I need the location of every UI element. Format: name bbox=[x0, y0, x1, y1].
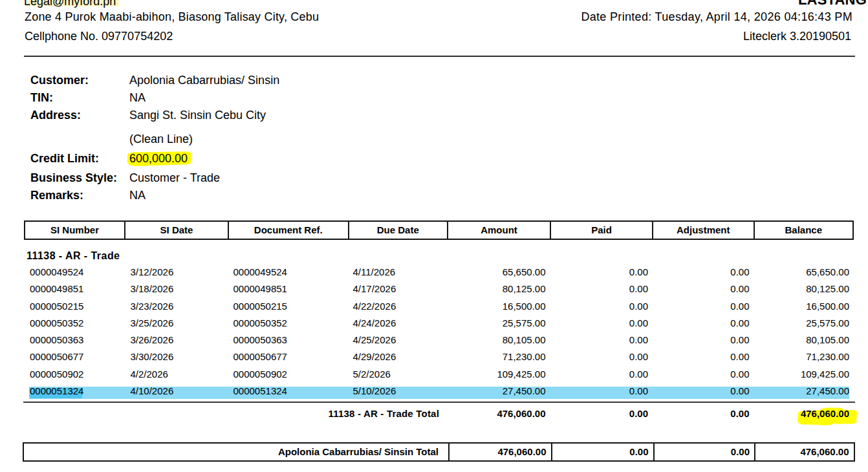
cell-document-ref: 0000050352 bbox=[228, 317, 349, 329]
cell-paid: 0.00 bbox=[550, 283, 653, 295]
cell-si-number: 0000050363 bbox=[24, 334, 125, 346]
grand-total-adjustment: 0.00 bbox=[653, 444, 755, 460]
cell-balance: 25,575.00 bbox=[754, 317, 854, 329]
table-row-6[interactable]: 00000509024/2/202600000509025/2/2026109,… bbox=[24, 368, 854, 380]
table-header-row: SI Number SI Date Document Ref. Due Date… bbox=[24, 220, 854, 240]
cell-adjustment: 0.00 bbox=[653, 283, 754, 295]
cell-paid: 0.00 bbox=[550, 334, 653, 346]
info-row-tin: TIN:NA bbox=[30, 91, 613, 104]
cell-balance: 27,450.00 bbox=[754, 385, 854, 397]
cell-due-date: 4/24/2026 bbox=[349, 317, 448, 329]
grand-total-paid: 0.00 bbox=[551, 444, 653, 460]
info-value: Customer - Trade bbox=[129, 171, 220, 184]
info-value-wrap: Customer - Trade bbox=[129, 171, 220, 184]
info-label: Credit Limit: bbox=[30, 152, 129, 165]
grand-total-label: Apolonia Cabarrubias/ Sinsin Total bbox=[24, 444, 448, 460]
grand-total-balance: 476,060.00 bbox=[754, 444, 854, 460]
info-value-wrap: (Clean Line) bbox=[129, 133, 193, 145]
table-row-5[interactable]: 00000506773/30/202600000506774/29/202671… bbox=[24, 350, 854, 363]
cell-balance: 80,125.00 bbox=[754, 283, 854, 295]
column-header-3: Due Date bbox=[349, 222, 449, 239]
info-value-wrap: NA bbox=[129, 189, 146, 202]
table-row-0[interactable]: 00000495243/12/202600000495244/11/202665… bbox=[24, 266, 854, 278]
group-label: 11138 - AR - Trade bbox=[27, 250, 120, 262]
info-value: 600,000.00 bbox=[129, 152, 188, 165]
cell-amount: 80,105.00 bbox=[448, 334, 550, 346]
cell-paid: 0.00 bbox=[550, 350, 653, 363]
info-label: Customer: bbox=[30, 74, 129, 87]
cell-due-date: 4/29/2026 bbox=[349, 350, 448, 363]
cell-adjustment: 0.00 bbox=[653, 300, 754, 312]
info-value-wrap: NA bbox=[129, 91, 146, 104]
info-value: NA bbox=[129, 189, 146, 202]
info-value: NA bbox=[129, 91, 146, 104]
cell-si-number: 0000050352 bbox=[24, 317, 125, 329]
grand-total-row: Apolonia Cabarrubias/ Sinsin Total 476,0… bbox=[23, 442, 855, 462]
cell-adjustment: 0.00 bbox=[653, 350, 754, 363]
report-page: Legal@myford.ph LASTANG Zone 4 Purok Maa… bbox=[0, 0, 868, 472]
cell-paid: 0.00 bbox=[550, 368, 653, 380]
cell-paid: 0.00 bbox=[550, 385, 653, 397]
header-divider bbox=[24, 56, 855, 57]
cell-si-date: 3/18/2026 bbox=[125, 283, 228, 295]
info-row-business-style: Business Style:Customer - Trade bbox=[30, 171, 613, 184]
cell-si-number: 0000050215 bbox=[24, 300, 125, 312]
column-header-7: Balance bbox=[755, 222, 853, 239]
info-row-address-line2: (Clean Line) bbox=[30, 133, 613, 145]
column-header-4: Amount bbox=[448, 222, 551, 239]
info-row-address: Address:Sangi St. Sinsin Cebu City bbox=[30, 109, 613, 122]
cell-amount: 109,425.00 bbox=[448, 368, 550, 380]
cell-adjustment: 0.00 bbox=[653, 334, 754, 346]
column-header-1: SI Date bbox=[125, 222, 229, 239]
group-total-adjustment: 0.00 bbox=[653, 407, 754, 420]
cell-document-ref: 0000049851 bbox=[228, 283, 349, 295]
info-value-wrap: Sangi St. Sinsin Cebu City bbox=[129, 109, 266, 122]
cell-si-date: 3/23/2026 bbox=[125, 300, 228, 312]
cell-amount: 65,650.00 bbox=[448, 266, 550, 278]
cell-due-date: 5/2/2026 bbox=[349, 368, 448, 380]
cell-paid: 0.00 bbox=[550, 300, 653, 312]
table-row-3[interactable]: 00000503523/25/202600000503524/24/202625… bbox=[24, 317, 854, 329]
cell-due-date: 4/17/2026 bbox=[349, 283, 448, 295]
cell-paid: 0.00 bbox=[550, 317, 653, 329]
cell-due-date: 5/10/2026 bbox=[349, 385, 448, 397]
cell-document-ref: 0000050902 bbox=[228, 368, 349, 380]
column-header-5: Paid bbox=[551, 222, 653, 239]
cell-document-ref: 0000050363 bbox=[228, 334, 349, 346]
cell-si-date: 4/2/2026 bbox=[125, 368, 228, 380]
info-row-remarks: Remarks:NA bbox=[30, 189, 613, 202]
username-stamp: LASTANG bbox=[796, 0, 867, 8]
cell-si-date: 3/26/2026 bbox=[125, 334, 228, 346]
cell-amount: 71,230.00 bbox=[448, 350, 550, 363]
cell-si-number: 0000049524 bbox=[24, 266, 125, 278]
cell-adjustment: 0.00 bbox=[653, 317, 754, 329]
cell-si-number: 0000049851 bbox=[24, 283, 125, 295]
table-row-2[interactable]: 00000502153/23/202600000502154/22/202616… bbox=[24, 300, 854, 312]
cell-document-ref: 0000050215 bbox=[228, 300, 349, 312]
column-header-2: Document Ref. bbox=[229, 222, 349, 239]
table-row-1[interactable]: 00000498513/18/202600000498514/17/202680… bbox=[24, 283, 854, 295]
cell-amount: 25,575.00 bbox=[448, 317, 550, 329]
cell-si-date: 4/10/2026 bbox=[125, 385, 228, 397]
group-total-balance: 476,060.00 bbox=[754, 407, 854, 420]
info-value: Sangi St. Sinsin Cebu City bbox=[129, 109, 266, 122]
group-total-label: 11138 - AR - Trade Total bbox=[24, 407, 448, 420]
table-row-4[interactable]: 00000503633/26/202600000503634/25/202680… bbox=[24, 334, 854, 346]
column-header-0: SI Number bbox=[25, 222, 125, 239]
cell-balance: 71,230.00 bbox=[754, 350, 854, 363]
cell-document-ref: 0000049524 bbox=[228, 266, 349, 278]
cell-amount: 80,125.00 bbox=[448, 283, 550, 295]
cell-amount: 16,500.00 bbox=[448, 300, 550, 312]
company-email: Legal@myford.ph bbox=[24, 0, 116, 8]
group-total-paid: 0.00 bbox=[550, 407, 653, 420]
info-value: Apolonia Cabarrubias/ Sinsin bbox=[129, 74, 279, 87]
app-version: Liteclerk 3.20190501 bbox=[743, 30, 851, 43]
info-label: Address: bbox=[30, 109, 129, 122]
info-value: (Clean Line) bbox=[129, 133, 193, 145]
cell-due-date: 4/22/2026 bbox=[349, 300, 448, 312]
table-row-7[interactable]: 00000513244/10/202600000513245/10/202627… bbox=[24, 385, 854, 397]
info-value-wrap: 600,000.00 bbox=[129, 152, 188, 165]
company-cellphone: Cellphone No. 09770754202 bbox=[25, 30, 173, 43]
cell-si-date: 3/30/2026 bbox=[125, 350, 228, 363]
info-row-credit-limit: Credit Limit:600,000.00 bbox=[30, 152, 613, 165]
